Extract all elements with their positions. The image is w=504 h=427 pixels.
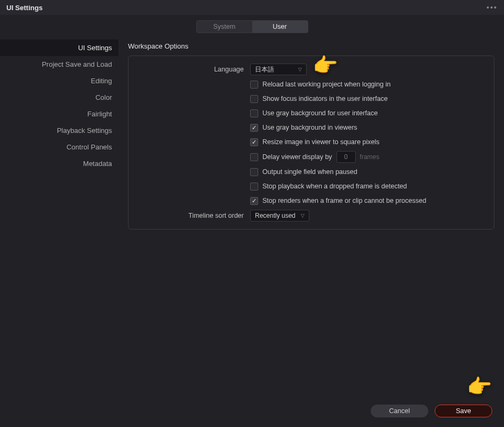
tab-system[interactable]: System bbox=[197, 21, 252, 33]
sidebar-item-label: Editing bbox=[91, 77, 112, 85]
sidebar-item-label: Fairlight bbox=[87, 110, 112, 118]
timeline-sort-value: Recently used bbox=[255, 212, 295, 219]
sidebar-item-label: Metadata bbox=[83, 160, 112, 168]
row-stop-renders: Stop renders when a frame or clip cannot… bbox=[138, 195, 484, 206]
sidebar-item-project-save[interactable]: Project Save and Load bbox=[0, 56, 118, 73]
sidebar: UI Settings Project Save and Load Editin… bbox=[0, 39, 118, 230]
checkbox-stop-playback[interactable] bbox=[250, 183, 258, 191]
label-graybg-viewer: Use gray background in viewers bbox=[262, 124, 357, 131]
checkbox-output-single[interactable] bbox=[250, 168, 258, 176]
row-language: Language 日本語 ▽ bbox=[138, 64, 484, 75]
footer: Cancel Save bbox=[371, 405, 492, 417]
sidebar-item-label: Control Panels bbox=[67, 143, 112, 151]
row-resize: Resize image in viewer to square pixels bbox=[138, 137, 484, 147]
row-focus: Show focus indicators in the user interf… bbox=[138, 93, 484, 104]
tab-group: System User bbox=[196, 20, 308, 33]
sidebar-item-color[interactable]: Color bbox=[0, 89, 118, 106]
language-value: 日本語 bbox=[255, 65, 274, 74]
checkbox-resize[interactable] bbox=[250, 138, 258, 146]
titlebar: UI Settings ••• bbox=[0, 0, 504, 15]
checkbox-delay[interactable] bbox=[250, 153, 258, 161]
label-resize: Resize image in viewer to square pixels bbox=[262, 138, 380, 146]
label-reload: Reload last working project when logging… bbox=[262, 81, 390, 88]
row-output-single: Output single field when paused bbox=[138, 167, 484, 177]
sidebar-item-label: Playback Settings bbox=[57, 126, 112, 135]
delay-unit: frames bbox=[360, 153, 380, 161]
label-timeline-sort: Timeline sort order bbox=[138, 212, 250, 219]
row-reload: Reload last working project when logging… bbox=[138, 79, 484, 90]
checkbox-graybg-ui[interactable] bbox=[250, 109, 258, 117]
sidebar-item-ui-settings[interactable]: UI Settings bbox=[0, 39, 118, 56]
sidebar-item-playback[interactable]: Playback Settings bbox=[0, 122, 118, 139]
timeline-sort-select[interactable]: Recently used ▽ bbox=[250, 210, 309, 222]
checkbox-reload[interactable] bbox=[250, 81, 258, 89]
label-focus: Show focus indicators in the user interf… bbox=[262, 95, 388, 102]
checkbox-focus[interactable] bbox=[250, 95, 258, 103]
label-stop-playback: Stop playback when a dropped frame is de… bbox=[262, 183, 407, 190]
sidebar-item-metadata[interactable]: Metadata bbox=[0, 155, 118, 172]
row-delay: Delay viewer display by frames bbox=[138, 151, 484, 163]
cancel-button[interactable]: Cancel bbox=[371, 405, 428, 417]
sidebar-item-label: UI Settings bbox=[78, 44, 112, 52]
section-title: Workspace Options bbox=[128, 39, 494, 50]
checkbox-graybg-viewer[interactable] bbox=[250, 124, 258, 132]
main: UI Settings Project Save and Load Editin… bbox=[0, 39, 504, 230]
label-stop-renders: Stop renders when a frame or clip cannot… bbox=[262, 197, 426, 204]
more-icon[interactable]: ••• bbox=[486, 3, 498, 12]
sidebar-item-editing[interactable]: Editing bbox=[0, 73, 118, 89]
row-graybg-ui: Use gray background for user interface bbox=[138, 108, 484, 118]
label-output-single: Output single field when paused bbox=[262, 168, 357, 176]
label-language: Language bbox=[138, 66, 250, 73]
chevron-down-icon: ▽ bbox=[301, 213, 305, 218]
language-select[interactable]: 日本語 ▽ bbox=[250, 64, 307, 75]
settings-panel: Language 日本語 ▽ Reload last working proje… bbox=[128, 56, 494, 230]
row-timeline-sort: Timeline sort order Recently used ▽ bbox=[138, 210, 484, 222]
save-button[interactable]: Save bbox=[435, 405, 492, 417]
label-graybg-ui: Use gray background for user interface bbox=[262, 109, 378, 117]
checkbox-stop-renders[interactable] bbox=[250, 197, 258, 205]
row-graybg-viewer: Use gray background in viewers bbox=[138, 122, 484, 133]
top-tabs: System User bbox=[0, 20, 504, 33]
sidebar-item-label: Color bbox=[95, 93, 112, 101]
chevron-down-icon: ▽ bbox=[298, 67, 302, 72]
sidebar-item-control-panels[interactable]: Control Panels bbox=[0, 139, 118, 155]
content: Workspace Options Language 日本語 ▽ Reload … bbox=[118, 39, 504, 230]
delay-input[interactable] bbox=[337, 151, 356, 163]
label-delay: Delay viewer display by bbox=[262, 153, 332, 161]
sidebar-item-label: Project Save and Load bbox=[42, 60, 112, 68]
tab-user[interactable]: User bbox=[252, 21, 308, 33]
window-title: UI Settings bbox=[6, 4, 43, 12]
pointing-hand-icon: 👈 bbox=[468, 375, 493, 398]
sidebar-item-fairlight[interactable]: Fairlight bbox=[0, 106, 118, 122]
row-stop-playback: Stop playback when a dropped frame is de… bbox=[138, 181, 484, 192]
